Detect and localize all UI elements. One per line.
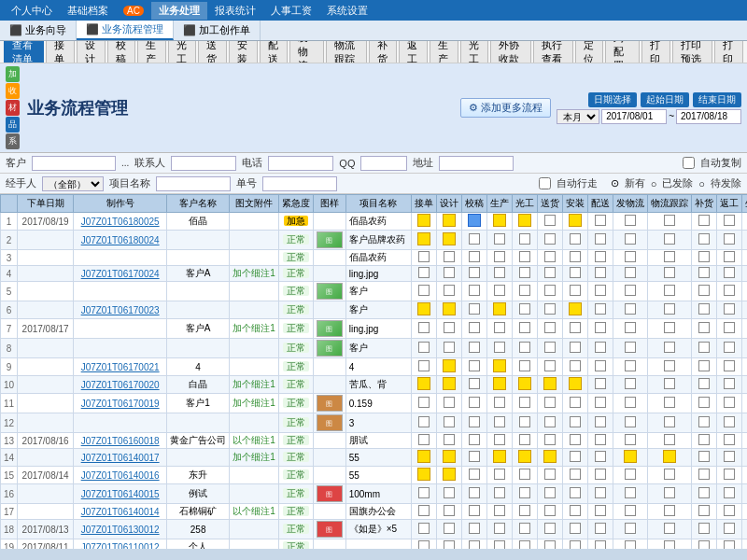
install-check-1[interactable]: [562, 213, 587, 231]
design-check-11[interactable]: [436, 394, 461, 413]
address-input[interactable]: [439, 156, 514, 171]
produce-check-19[interactable]: [486, 539, 512, 550]
attachment-14[interactable]: 加个细注1: [230, 449, 279, 467]
proof-check-2[interactable]: [461, 231, 486, 250]
rework-check-5[interactable]: [716, 282, 741, 301]
produce2-check-4[interactable]: [741, 266, 747, 282]
restock-check-6[interactable]: [691, 301, 716, 319]
install-check-7[interactable]: [562, 319, 587, 339]
attachment-7[interactable]: 加个细注1: [230, 319, 279, 339]
lw-check-6[interactable]: [512, 301, 537, 319]
install-check-18[interactable]: [562, 520, 587, 539]
lw-check-4[interactable]: [512, 266, 537, 282]
sub-tab-restock[interactable]: 补货: [369, 41, 398, 63]
restock-check-7[interactable]: [691, 319, 716, 339]
order-id-13[interactable]: J07Z01T06160018: [74, 433, 167, 449]
produce-check-7[interactable]: [486, 319, 512, 339]
lw-check-5[interactable]: [512, 282, 537, 301]
receive-check-18[interactable]: [411, 520, 436, 539]
sub-tab-design[interactable]: 设计: [77, 41, 106, 63]
install-check-19[interactable]: [562, 539, 587, 550]
proof-check-6[interactable]: [461, 301, 486, 319]
produce2-check-3[interactable]: [741, 250, 747, 266]
proof-check-16[interactable]: [461, 484, 486, 504]
contact-input[interactable]: [171, 156, 236, 171]
design-check-17[interactable]: [436, 504, 461, 520]
deliver-check-11[interactable]: [537, 394, 562, 413]
order-id-10[interactable]: J07Z01T06170020: [74, 376, 167, 394]
distribute-check-9[interactable]: [587, 358, 613, 376]
lw-check-8[interactable]: [512, 339, 537, 358]
tracking-check-2[interactable]: [647, 231, 691, 250]
deliver-check-13[interactable]: [537, 433, 562, 449]
produce2-check-12[interactable]: [741, 413, 747, 433]
tracking-check-13[interactable]: [647, 433, 691, 449]
produce2-check-11[interactable]: [741, 394, 747, 413]
proof-check-15[interactable]: [461, 467, 486, 484]
distribute-check-17[interactable]: [587, 504, 613, 520]
lw-check-18[interactable]: [512, 520, 537, 539]
auto-action-checkbox[interactable]: [539, 177, 551, 189]
restock-check-19[interactable]: [691, 539, 716, 550]
rework-check-19[interactable]: [716, 539, 741, 550]
deliver-check-14[interactable]: [537, 449, 562, 467]
produce-check-1[interactable]: [486, 213, 512, 231]
receive-check-14[interactable]: [411, 449, 436, 467]
attachment-17[interactable]: 以个细注1: [230, 504, 279, 520]
rework-check-1[interactable]: [716, 213, 741, 231]
tracking-check-4[interactable]: [647, 266, 691, 282]
left-icon-system[interactable]: 系: [6, 133, 20, 149]
lw-check-3[interactable]: [512, 250, 537, 266]
proof-check-12[interactable]: [461, 413, 486, 433]
sub-tab-distribute[interactable]: 配送: [260, 41, 289, 63]
receive-check-17[interactable]: [411, 504, 436, 520]
project-input[interactable]: [156, 176, 231, 191]
distribute-check-13[interactable]: [587, 433, 613, 449]
install-check-16[interactable]: [562, 484, 587, 504]
logistics-check-2[interactable]: [613, 231, 647, 250]
lw-check-15[interactable]: [512, 467, 537, 484]
install-check-15[interactable]: [562, 467, 587, 484]
rework-check-17[interactable]: [716, 504, 741, 520]
logistics-check-4[interactable]: [613, 266, 647, 282]
rework-check-10[interactable]: [716, 376, 741, 394]
sub-tab-outsource[interactable]: 外协收款: [490, 41, 530, 63]
proof-check-18[interactable]: [461, 520, 486, 539]
tracking-check-16[interactable]: [647, 484, 691, 504]
add-flow-button[interactable]: ⚙ 添加更多流程: [460, 98, 551, 118]
install-check-14[interactable]: [562, 449, 587, 467]
nav-report[interactable]: 报表统计: [207, 2, 263, 20]
deliver-check-3[interactable]: [537, 250, 562, 266]
produce2-check-19[interactable]: [741, 539, 747, 550]
proof-check-8[interactable]: [461, 339, 486, 358]
design-check-18[interactable]: [436, 520, 461, 539]
distribute-check-1[interactable]: [587, 213, 613, 231]
sub-tab-proofread[interactable]: 校稿: [107, 41, 136, 63]
restock-check-16[interactable]: [691, 484, 716, 504]
design-check-4[interactable]: [436, 266, 461, 282]
logistics-check-10[interactable]: [613, 376, 647, 394]
logistics-check-9[interactable]: [613, 358, 647, 376]
logistics-check-16[interactable]: [613, 484, 647, 504]
th-date[interactable]: 下单日期: [18, 195, 74, 213]
deliver-check-16[interactable]: [537, 484, 562, 504]
install-check-13[interactable]: [562, 433, 587, 449]
rework-check-4[interactable]: [716, 266, 741, 282]
order-id-2[interactable]: J07Z01T06180024: [74, 231, 167, 250]
handler-select[interactable]: （全部）: [42, 176, 104, 191]
logistics-check-6[interactable]: [613, 301, 647, 319]
restock-check-10[interactable]: [691, 376, 716, 394]
logistics-check-3[interactable]: [613, 250, 647, 266]
nav-business[interactable]: 业务处理: [151, 2, 207, 20]
receive-check-13[interactable]: [411, 433, 436, 449]
logistics-check-17[interactable]: [613, 504, 647, 520]
install-check-2[interactable]: [562, 231, 587, 250]
nav-basic[interactable]: 基础档案: [60, 2, 116, 20]
receive-check-9[interactable]: [411, 358, 436, 376]
tracking-check-9[interactable]: [647, 358, 691, 376]
order-id-14[interactable]: J07Z01T06140017: [74, 449, 167, 467]
customer-input[interactable]: [32, 156, 116, 171]
distribute-check-7[interactable]: [587, 319, 613, 339]
th-install[interactable]: 安装: [562, 195, 587, 213]
tracking-check-11[interactable]: [647, 394, 691, 413]
